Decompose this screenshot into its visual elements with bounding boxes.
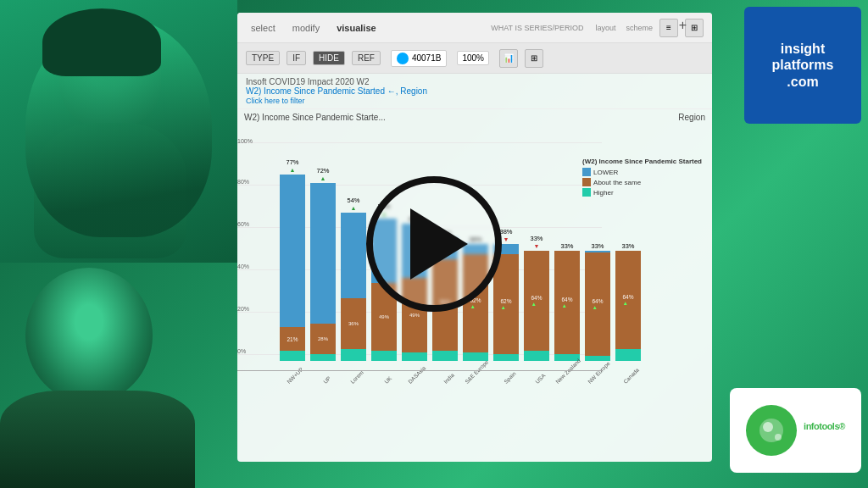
bar-canada-top-label: 33% <box>621 242 634 250</box>
scheme-button[interactable]: ⊞ <box>685 19 704 37</box>
y-label-100: 100% <box>237 138 253 144</box>
bar-nw-up-x-label: NW+UP <box>286 366 304 385</box>
breadcrumb-path: Insoft COVID19 Impact 2020 W2 <box>246 77 370 86</box>
bar-usa: 33%▼ 64%▲ USA <box>522 235 551 361</box>
if-button[interactable]: IF <box>287 51 306 65</box>
breadcrumb-filter-link[interactable]: Click here to filter <box>246 97 305 105</box>
bar-lorem-seg-blue <box>341 213 366 298</box>
bar-up-seg-teal <box>310 354 336 361</box>
person-woman-area <box>0 0 237 263</box>
y-label-80: 80% <box>237 179 249 185</box>
tab-modify[interactable]: modify <box>287 21 325 35</box>
legend-item-same: About the same <box>582 178 702 186</box>
bar-se-europe-x-label: S&E Europe <box>464 359 489 385</box>
toolbar-row2: TYPE IF HIDE REF 40071B 100% 📊 ⊞ <box>237 43 712 74</box>
bar-up-stacked: 28% <box>310 183 336 361</box>
tab-visualise[interactable]: visualise <box>331 21 381 35</box>
bar-spain-x-label: Spain <box>503 370 517 385</box>
bar-up: 72%▲ 28% UP <box>309 167 337 361</box>
woman-body <box>34 123 186 258</box>
legend-item-higher: Higher <box>582 188 702 197</box>
bar-up-top-label: 72%▲ <box>316 167 329 182</box>
type-button[interactable]: TYPE <box>246 51 280 65</box>
legend-item-lower: LOWER <box>582 168 702 176</box>
infotools-trademark: ® <box>839 422 845 431</box>
woman-hair <box>42 8 161 76</box>
breadcrumb: Insoft COVID19 Impact 2020 W2 W2) Income… <box>237 74 712 109</box>
bar-nz: 33% 64%▲ New Zealand <box>553 242 581 361</box>
insight-logo-line3: .com <box>772 74 834 90</box>
chart-title-row: W2) Income Since Pandemic Starte... Regi… <box>237 109 712 125</box>
bar-usa-stacked: 64%▲ <box>524 251 549 361</box>
bar-canada-x-label: Canada <box>622 367 640 385</box>
person-man-area <box>0 251 220 488</box>
bar-nw-up-seg-teal <box>280 351 305 361</box>
play-circle <box>366 176 502 312</box>
legend-label-lower: LOWER <box>593 169 618 176</box>
bar-canada-seg-teal <box>615 349 641 361</box>
bar-usa-top-label: 33%▼ <box>530 235 542 250</box>
bar-nw-up-seg-brown: 21% <box>280 327 305 351</box>
infotools-circle-icon <box>746 405 797 456</box>
bar-nz-seg-brown: 64%▲ <box>554 251 580 354</box>
bar-usa-seg-teal <box>524 351 549 361</box>
bar-nz-stacked: 64%▲ <box>554 251 580 361</box>
ref-button[interactable]: REF <box>352 51 381 65</box>
insight-platforms-logo[interactable]: insight platforms .com <box>744 7 861 124</box>
insight-logo-line1: insight <box>772 41 834 57</box>
bar-nw-europe-x-label: NW Europe <box>587 360 611 385</box>
play-button[interactable] <box>366 176 502 312</box>
chart-type-button[interactable]: 📊 <box>499 49 518 68</box>
chart-title: W2) Income Since Pandemic Starte... <box>244 113 386 122</box>
bar-nw-europe: 33% 64%▲ NW Europe <box>583 242 612 361</box>
bar-usa-x-label: USA <box>534 373 546 385</box>
y-label-40: 40% <box>237 263 249 269</box>
bar-nw-up-top-label: 77%▲ <box>286 158 298 174</box>
bar-india-seg-teal <box>432 351 458 361</box>
y-label-20: 20% <box>237 306 249 312</box>
infotools-logo[interactable]: infotools® <box>730 388 861 473</box>
bar-lorem-seg-teal <box>341 349 366 361</box>
bar-up-x-label: UP <box>322 375 331 385</box>
bar-lorem-top-label: 54%▲ <box>347 197 359 212</box>
series-value: 40071B <box>412 53 441 63</box>
breadcrumb-item[interactable]: W2) Income Since Pandemic Started ←, Reg… <box>246 86 427 96</box>
bar-nw-europe-stacked: 64%▲ <box>585 251 610 361</box>
legend-title: (W2) Income Since Pandemic Started <box>582 158 702 165</box>
man-head <box>25 268 153 403</box>
legend-label-same: About the same <box>593 179 641 186</box>
bar-up-seg-brown: 28% <box>310 324 336 354</box>
bar-usa-seg-brown: 64%▲ <box>524 251 549 351</box>
play-triangle-icon <box>410 208 468 280</box>
bar-dasasia-x-label: DASAsia <box>407 365 426 385</box>
man-body <box>0 391 195 488</box>
region-label: Region <box>678 113 705 122</box>
bar-nz-top-label: 33% <box>560 242 573 250</box>
insight-logo-line2: platforms <box>772 57 834 73</box>
bar-up-seg-blue <box>310 183 336 324</box>
legend-color-same <box>582 178 591 186</box>
hide-button[interactable]: HIDE <box>313 51 345 65</box>
tab-select[interactable]: select <box>246 21 281 35</box>
bar-lorem-x-label: Lorem <box>349 369 364 385</box>
legend-color-higher <box>582 188 591 197</box>
legend-label-higher: Higher <box>593 189 614 197</box>
bar-canada: 33% 64%▲ Canada <box>614 242 643 361</box>
layout-button[interactable]: ≡ <box>659 19 678 37</box>
bar-canada-stacked: 64%▲ <box>615 251 641 361</box>
add-button[interactable]: + <box>679 18 687 33</box>
chart-legend: (W2) Income Since Pandemic Started LOWER… <box>582 158 702 198</box>
y-label-0: 0% <box>237 348 246 354</box>
infotools-circle-inner <box>760 419 783 442</box>
bar-nw-europe-top-label: 33% <box>591 242 604 250</box>
infotools-name: infotools <box>804 421 839 431</box>
zoom-display[interactable]: 100% <box>457 51 489 65</box>
infotools-text: infotools® <box>804 421 845 440</box>
bar-spain-seg-teal <box>493 354 519 361</box>
legend-color-lower <box>582 168 591 176</box>
bar-uk-seg-teal <box>371 351 397 361</box>
bar-nw-up: 77%▲ 21% NW+UP <box>278 158 307 361</box>
bar-uk-x-label: UK <box>383 375 392 385</box>
bar-lorem: 54%▲ 36% Lorem <box>339 197 368 361</box>
table-button[interactable]: ⊞ <box>525 49 543 68</box>
